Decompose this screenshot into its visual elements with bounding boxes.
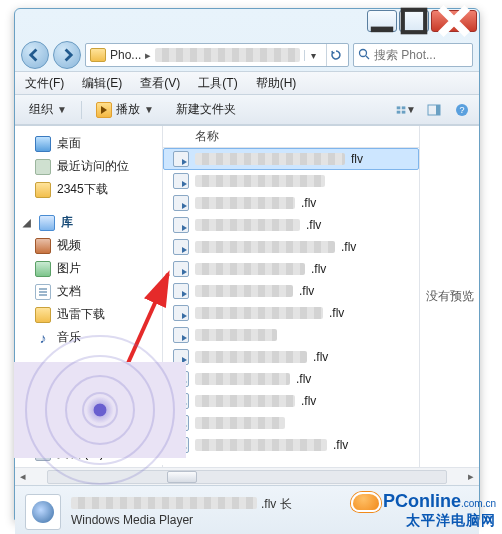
filename-redacted xyxy=(195,153,345,165)
flv-file-icon xyxy=(173,195,189,211)
flv-file-icon xyxy=(173,217,189,233)
desktop-icon xyxy=(35,136,51,152)
svg-text:?: ? xyxy=(459,105,464,115)
list-pane: 名称 flv .flv .flv .flv .flv .flv .flv .fl… xyxy=(163,126,479,467)
menu-file[interactable]: 文件(F) xyxy=(17,72,72,95)
sidebar-item-xunlei[interactable]: 迅雷下载 xyxy=(15,303,162,326)
maximize-button[interactable] xyxy=(399,10,429,32)
filename-redacted xyxy=(195,417,285,429)
file-row[interactable]: .flv xyxy=(163,302,419,324)
picture-icon xyxy=(35,261,51,277)
file-row[interactable]: .flv xyxy=(163,434,419,456)
pconline-logo-icon xyxy=(351,492,381,512)
play-icon xyxy=(96,102,112,118)
file-row[interactable]: .flv xyxy=(163,390,419,412)
sidebar-label: 2345下载 xyxy=(57,181,108,198)
file-ext: .flv xyxy=(341,240,356,254)
sidebar-item-2345dl[interactable]: 2345下载 xyxy=(15,178,162,201)
search-input[interactable]: 搜索 Phot... xyxy=(353,43,473,67)
filename-redacted xyxy=(195,197,295,209)
address-bar[interactable]: Pho... ▸ ▾ xyxy=(85,43,349,67)
minimize-button[interactable] xyxy=(367,10,397,32)
brand-text: PConline xyxy=(383,491,461,511)
sidebar-label: 迅雷下载 xyxy=(57,306,105,323)
cmd-new-folder[interactable]: 新建文件夹 xyxy=(168,97,244,122)
filename-redacted xyxy=(195,263,305,275)
svg-rect-9 xyxy=(436,105,440,115)
file-row[interactable]: .flv xyxy=(163,258,419,280)
cmd-play[interactable]: 播放 ▼ xyxy=(88,97,162,122)
flv-file-icon xyxy=(173,283,189,299)
close-button[interactable] xyxy=(431,10,477,32)
back-button[interactable] xyxy=(21,41,49,69)
view-mode-button[interactable]: ▼ xyxy=(395,99,417,121)
flv-file-icon xyxy=(173,239,189,255)
file-row[interactable] xyxy=(163,412,419,434)
file-row[interactable]: .flv xyxy=(163,214,419,236)
preview-pane-button[interactable] xyxy=(423,99,445,121)
search-icon xyxy=(358,48,370,63)
command-bar: 组织 ▼ 播放 ▼ 新建文件夹 ▼ ? xyxy=(15,95,479,125)
chevron-right-icon[interactable]: ▸ xyxy=(145,49,151,62)
help-button[interactable]: ? xyxy=(451,99,473,121)
addr-dropdown[interactable]: ▾ xyxy=(304,50,322,61)
separator xyxy=(81,101,82,119)
file-row[interactable] xyxy=(163,170,419,192)
file-row[interactable]: .flv xyxy=(163,346,419,368)
svg-point-2 xyxy=(360,49,367,56)
forward-button[interactable] xyxy=(53,41,81,69)
scroll-thumb[interactable] xyxy=(167,471,197,483)
sidebar-item-desktop[interactable]: 桌面 xyxy=(15,132,162,155)
file-row[interactable]: flv xyxy=(163,148,419,170)
file-ext: .flv xyxy=(296,372,311,386)
sidebar-item-videos[interactable]: 视频 xyxy=(15,234,162,257)
sidebar-label: 视频 xyxy=(57,237,81,254)
refresh-button[interactable] xyxy=(326,44,344,66)
breadcrumb-segment[interactable]: Pho... xyxy=(110,48,141,62)
titlebar xyxy=(15,9,479,39)
flv-file-icon xyxy=(173,305,189,321)
svg-rect-7 xyxy=(402,110,406,113)
svg-rect-1 xyxy=(403,10,425,32)
brand-subtitle: 太平洋电脑网 xyxy=(348,512,496,530)
sidebar-item-pictures[interactable]: 图片 xyxy=(15,257,162,280)
menu-bar: 文件(F) 编辑(E) 查看(V) 工具(T) 帮助(H) xyxy=(15,71,479,95)
folder-icon xyxy=(35,307,51,323)
menu-help[interactable]: 帮助(H) xyxy=(248,72,305,95)
svg-line-3 xyxy=(366,56,369,59)
file-ext: .flv xyxy=(313,350,328,364)
file-row[interactable]: .flv xyxy=(163,280,419,302)
tld-text: .com.cn xyxy=(461,498,496,509)
search-placeholder: 搜索 Phot... xyxy=(374,47,436,64)
file-ext: .flv xyxy=(306,218,321,232)
file-row[interactable]: .flv xyxy=(163,368,419,390)
scroll-left-arrow[interactable]: ◂ xyxy=(15,470,31,483)
sidebar-label: 文档 xyxy=(57,283,81,300)
breadcrumb-redacted xyxy=(155,48,300,62)
sidebar-libraries[interactable]: ◢库 xyxy=(15,211,162,234)
sidebar-item-recent[interactable]: 最近访问的位 xyxy=(15,155,162,178)
file-ext: .flv xyxy=(301,196,316,210)
scroll-right-arrow[interactable]: ▸ xyxy=(463,470,479,483)
sidebar-item-documents[interactable]: 文档 xyxy=(15,280,162,303)
expand-icon[interactable]: ◢ xyxy=(23,217,33,228)
ripple-graphic xyxy=(14,362,186,458)
sidebar-label: 库 xyxy=(61,214,73,231)
menu-edit[interactable]: 编辑(E) xyxy=(74,72,130,95)
file-ext: .flv xyxy=(333,438,348,452)
svg-rect-5 xyxy=(397,110,401,113)
address-row: Pho... ▸ ▾ 搜索 Phot... xyxy=(15,39,479,71)
file-row[interactable] xyxy=(163,324,419,346)
file-row[interactable]: .flv xyxy=(163,192,419,214)
menu-view[interactable]: 查看(V) xyxy=(132,72,188,95)
filename-redacted xyxy=(195,285,293,297)
column-header-name[interactable]: 名称 xyxy=(163,126,419,148)
menu-tools[interactable]: 工具(T) xyxy=(190,72,245,95)
file-row[interactable]: .flv xyxy=(163,236,419,258)
filename-redacted xyxy=(195,241,335,253)
no-preview-label: 没有预览 xyxy=(426,288,474,305)
cmd-organize[interactable]: 组织 ▼ xyxy=(21,97,75,122)
file-ext: .flv xyxy=(311,262,326,276)
detail-filename-redacted xyxy=(71,497,257,509)
chevron-down-icon: ▼ xyxy=(57,104,67,115)
